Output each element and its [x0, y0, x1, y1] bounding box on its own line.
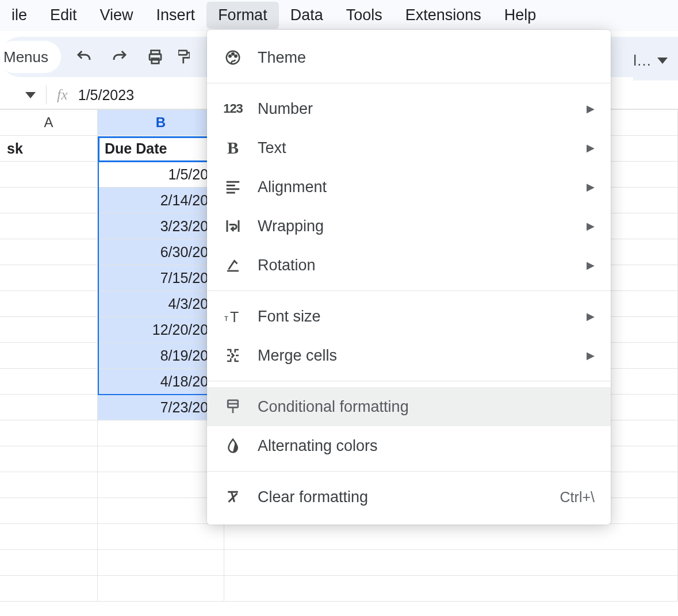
merge-cells-icon — [223, 346, 243, 365]
menu-theme[interactable]: Theme — [207, 38, 611, 77]
menu-text[interactable]: B Text ▶ — [207, 128, 611, 167]
menu-insert[interactable]: Insert — [145, 2, 207, 29]
cell-a[interactable] — [0, 188, 98, 213]
undo-button[interactable] — [71, 44, 97, 70]
cell-b[interactable]: 6/30/202 — [98, 239, 224, 265]
menu-separator — [207, 381, 611, 381]
search-menus-label: Menus — [3, 48, 48, 66]
cell-b[interactable]: 2/14/202 — [98, 188, 224, 213]
column-header-a[interactable]: A — [0, 110, 98, 135]
cell-a[interactable] — [0, 239, 98, 265]
menu-separator — [207, 290, 611, 291]
menu-format[interactable]: Format — [206, 2, 279, 29]
submenu-arrow-icon: ▶ — [587, 310, 595, 323]
menu-alternating-colors[interactable]: Alternating colors — [207, 426, 611, 465]
alternating-colors-icon — [223, 436, 243, 456]
cell-a[interactable] — [0, 343, 98, 368]
cell-b[interactable]: 3/23/202 — [98, 213, 224, 239]
number-icon: 123 — [223, 99, 243, 118]
cell-a[interactable] — [0, 369, 98, 394]
menu-clear-formatting[interactable]: Clear formatting Ctrl+\ — [207, 477, 611, 516]
theme-icon — [223, 48, 243, 67]
alignment-icon — [223, 177, 243, 197]
cell-a[interactable] — [0, 213, 98, 239]
submenu-arrow-icon: ▶ — [587, 259, 595, 271]
menu-separator — [207, 471, 611, 472]
cell-a[interactable] — [0, 265, 98, 290]
name-box[interactable] — [0, 92, 46, 98]
submenu-arrow-icon: ▶ — [587, 141, 595, 154]
menu-extensions[interactable]: Extensions — [394, 2, 493, 29]
toolbar-truncated-label: l… — [633, 52, 652, 70]
menu-alignment-label: Alignment — [258, 178, 572, 196]
menu-data[interactable]: Data — [279, 2, 335, 29]
svg-text:т: т — [224, 313, 228, 323]
chevron-down-icon[interactable] — [657, 58, 668, 64]
search-menus-button[interactable]: Menus — [0, 41, 61, 73]
menu-file[interactable]: ile — [0, 2, 39, 29]
table-row — [0, 550, 678, 576]
menu-theme-label: Theme — [258, 49, 595, 67]
svg-point-5 — [229, 55, 231, 58]
font-size-icon: тT — [223, 307, 243, 326]
cell-b1[interactable]: Due Date — [98, 136, 224, 161]
svg-rect-2 — [152, 59, 159, 64]
column-header-b[interactable]: B — [98, 110, 224, 135]
cell-b[interactable]: 12/20/202 — [98, 317, 224, 342]
cell-b[interactable]: 4/3/202 — [98, 291, 224, 316]
clear-formatting-icon — [223, 487, 243, 507]
menu-help[interactable]: Help — [493, 2, 548, 29]
menu-text-label: Text — [258, 139, 572, 157]
menu-alternating-colors-label: Alternating colors — [258, 437, 595, 455]
menu-font-size-label: Font size — [258, 308, 572, 326]
cell-b[interactable]: 7/23/202 — [98, 395, 224, 420]
print-button[interactable] — [143, 44, 168, 70]
format-dropdown-menu: Theme 123 Number ▶ B Text ▶ Alignment ▶ … — [207, 30, 611, 525]
name-box-dropdown-icon — [25, 92, 36, 98]
menu-font-size[interactable]: тT Font size ▶ — [207, 297, 611, 336]
menu-number-label: Number — [258, 100, 572, 118]
wrapping-icon — [223, 216, 243, 236]
menu-view[interactable]: View — [89, 2, 145, 29]
formula-value[interactable]: 1/5/2023 — [78, 87, 134, 104]
cell-a[interactable] — [0, 162, 98, 187]
cell-a[interactable] — [0, 291, 98, 316]
menu-alignment[interactable]: Alignment ▶ — [207, 167, 611, 206]
menu-merge-cells-label: Merge cells — [258, 347, 572, 365]
svg-point-7 — [235, 55, 237, 58]
submenu-arrow-icon: ▶ — [587, 102, 595, 115]
cell-a[interactable] — [0, 317, 98, 342]
submenu-arrow-icon: ▶ — [587, 181, 595, 193]
menu-rotation[interactable]: Rotation ▶ — [207, 246, 611, 285]
menu-merge-cells[interactable]: Merge cells ▶ — [207, 336, 611, 375]
submenu-arrow-icon: ▶ — [587, 220, 595, 232]
cell-a1[interactable]: sk — [0, 136, 98, 161]
cell-b[interactable]: 8/19/202 — [98, 343, 224, 368]
cell-a[interactable] — [0, 395, 98, 420]
cell-b[interactable]: 4/18/202 — [98, 369, 224, 394]
toolbar-right-collapsed: l… — [633, 40, 678, 81]
menu-conditional-formatting[interactable]: Conditional formatting — [207, 387, 611, 426]
print-icon — [147, 48, 164, 66]
undo-icon — [75, 48, 93, 66]
menu-edit[interactable]: Edit — [39, 2, 89, 29]
paint-format-button[interactable] — [178, 44, 190, 70]
svg-text:T: T — [230, 309, 239, 325]
cell-b[interactable]: 1/5/202 — [98, 162, 224, 187]
table-row — [0, 524, 678, 550]
menu-rotation-label: Rotation — [258, 257, 572, 274]
menu-tools[interactable]: Tools — [335, 2, 394, 29]
menu-number[interactable]: 123 Number ▶ — [207, 89, 611, 128]
menubar: ile Edit View Insert Format Data Tools E… — [0, 0, 678, 31]
menu-clear-formatting-shortcut: Ctrl+\ — [560, 489, 595, 506]
menu-wrapping[interactable]: Wrapping ▶ — [207, 206, 611, 246]
svg-rect-3 — [178, 51, 187, 55]
redo-button[interactable] — [107, 44, 132, 70]
bold-icon: B — [223, 138, 243, 158]
menu-separator — [207, 83, 611, 83]
table-row — [0, 576, 678, 602]
paint-format-icon — [178, 48, 190, 66]
menu-wrapping-label: Wrapping — [258, 217, 572, 235]
menu-conditional-formatting-label: Conditional formatting — [258, 398, 595, 416]
cell-b[interactable]: 7/15/202 — [98, 265, 224, 290]
